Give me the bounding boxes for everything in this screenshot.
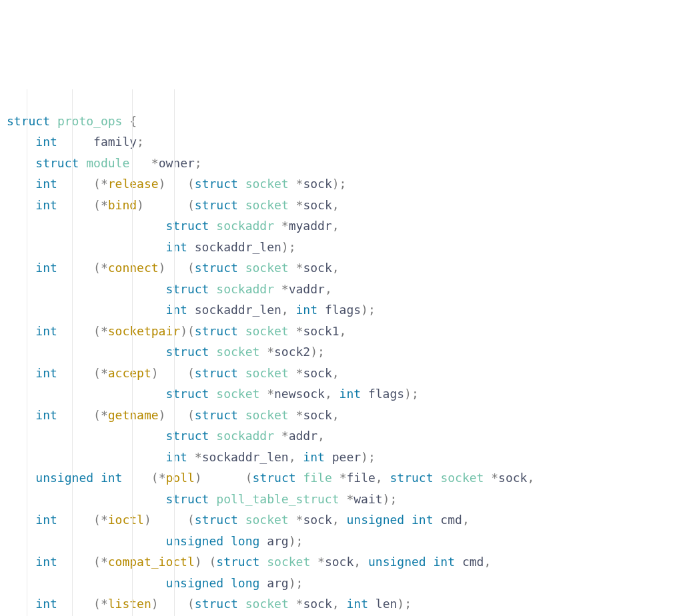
fn-accept: accept — [108, 366, 151, 380]
id-owner: owner — [159, 156, 195, 170]
code-block: struct proto_ops { int family; struct mo… — [7, 69, 676, 617]
keyword-int: int — [35, 135, 57, 149]
fn-getname: getname — [108, 408, 159, 422]
code-pre: struct proto_ops { int family; struct mo… — [7, 111, 676, 617]
fn-connect: connect — [108, 261, 159, 275]
type-module: module — [86, 156, 129, 170]
keyword-struct: struct — [7, 114, 50, 128]
fn-release: release — [108, 177, 159, 191]
type-proto-ops: proto_ops — [57, 114, 123, 128]
fn-ioctl: ioctl — [108, 513, 144, 527]
fn-socketpair: socketpair — [108, 324, 180, 338]
brace-open: { — [129, 114, 137, 128]
fn-listen: listen — [108, 597, 151, 611]
fn-poll: poll — [165, 471, 194, 485]
id-family: family — [93, 135, 137, 149]
fn-compat-ioctl: compat_ioctl — [108, 555, 195, 569]
